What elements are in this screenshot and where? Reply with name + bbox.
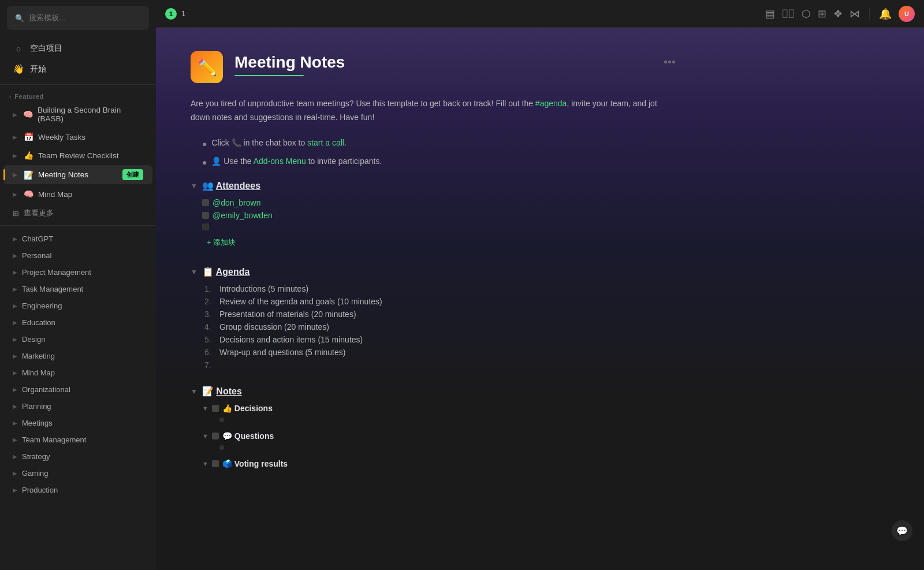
decisions-toggle[interactable]: ▼ — [202, 405, 208, 412]
agenda-text-1: Introductions (5 minutes) — [219, 284, 308, 293]
arrow-icon: ▶ — [13, 437, 17, 443]
sidebar-item-blank[interactable]: ○ 空白项目 — [3, 39, 152, 58]
sidebar-item-task-mgmt[interactable]: ▶ Task Management — [3, 281, 152, 297]
sidebar-item-basb[interactable]: ▶ 🧠 Building a Second Brain (BASB) — [3, 102, 152, 127]
agenda-toggle[interactable]: ▼ — [191, 268, 198, 276]
tab-label: 1 — [181, 9, 185, 18]
topbar-left: 1 1 — [165, 8, 185, 20]
featured-section-label: Featured — [0, 90, 156, 101]
main-panel: 1 1 ▤ ⌷⌷ ⬡ ⊞ ❖ ⋈ 🔔 U ✏️ Meeting Notes — [156, 0, 924, 570]
sidebar-item-meeting[interactable]: ▶ 📝 Meeting Notes 创建 — [3, 165, 152, 184]
bullet-dot2: ● — [202, 156, 207, 169]
table-icon[interactable]: ▤ — [765, 8, 775, 20]
org-label: Organizational — [22, 385, 70, 394]
strategy-label: Strategy — [22, 452, 50, 461]
attendee-don: @don_brown — [202, 198, 676, 207]
sidebar-item-planning[interactable]: ▶ Planning — [3, 398, 152, 414]
voting-toggle[interactable]: ▼ — [202, 460, 208, 467]
sidebar-item-personal[interactable]: ▶ Personal — [3, 248, 152, 263]
hex-icon[interactable]: ⬡ — [802, 8, 811, 20]
agenda-link[interactable]: #agenda — [535, 99, 567, 108]
sidebar-item-org[interactable]: ▶ Organizational — [3, 382, 152, 397]
add-block-button[interactable]: + 添加块 — [202, 235, 676, 250]
document-header: ✏️ Meeting Notes ••• — [191, 51, 676, 83]
attendees-toggle[interactable]: ▼ — [191, 182, 198, 190]
education-label: Education — [22, 318, 55, 327]
pencil-icon: ✏️ — [197, 58, 217, 77]
bullet-text-call: Click 📞 in the chat box to start a call. — [211, 136, 346, 149]
sidebar-item-project-mgmt[interactable]: ▶ Project Management — [3, 264, 152, 280]
arrow-icon: ▶ — [13, 353, 17, 359]
sidebar-item-weekly[interactable]: ▶ 📅 Weekly Tasks — [3, 128, 152, 146]
attendees-header: ▼ 👥 Attendees — [191, 180, 676, 191]
decisions-empty-item — [219, 418, 224, 422]
attendee-emily: @emily_bowden — [202, 211, 676, 220]
sidebar-item-review[interactable]: ▶ 👍 Team Review Checklist — [3, 147, 152, 164]
review-label: Team Review Checklist — [38, 151, 119, 160]
addons-menu-link[interactable]: Add-ons Menu — [254, 157, 306, 166]
sidebar-item-engineering[interactable]: ▶ Engineering — [3, 298, 152, 314]
sidebar-item-design[interactable]: ▶ Design — [3, 331, 152, 347]
bullet-item-addons: ● 👤 Use the Add-ons Menu to invite parti… — [202, 155, 676, 169]
planning-label: Planning — [22, 402, 51, 411]
blank-icon: ○ — [13, 44, 24, 54]
mindmap-icon: 🧠 — [23, 189, 33, 199]
questions-toggle[interactable]: ▼ — [202, 433, 208, 439]
personal-label: Personal — [22, 251, 51, 260]
blank-label: 空白项目 — [30, 43, 62, 54]
search-bar[interactable]: 🔍 搜索模板... — [7, 6, 149, 30]
attendee-name-don: @don_brown — [213, 198, 261, 207]
sidebar-item-team-mgmt[interactable]: ▶ Team Management — [3, 432, 152, 448]
grid-view-icon[interactable]: ⊞ — [818, 8, 826, 20]
agenda-item-1: 1. Introductions (5 minutes) — [204, 284, 676, 293]
sidebar-item-mindmap-featured[interactable]: ▶ 🧠 Mind Map — [3, 185, 152, 203]
sidebar-item-education[interactable]: ▶ Education — [3, 315, 152, 330]
columns-icon[interactable]: ⌷⌷ — [782, 8, 795, 20]
sidebar-item-meetings[interactable]: ▶ Meetings — [3, 415, 152, 431]
arrow-icon: ▶ — [13, 319, 17, 326]
wave-icon: 👋 — [13, 64, 24, 74]
share-icon[interactable]: ❖ — [833, 8, 843, 20]
sidebar-item-strategy[interactable]: ▶ Strategy — [3, 449, 152, 464]
create-badge[interactable]: 创建 — [122, 169, 143, 180]
sidebar-item-marketing[interactable]: ▶ Marketing — [3, 348, 152, 364]
attendee-checkbox2[interactable] — [202, 212, 209, 219]
content-area: ✏️ Meeting Notes ••• Are you tired of un… — [156, 28, 924, 570]
sidebar-item-chatgpt[interactable]: ▶ ChatGPT — [3, 231, 152, 247]
sidebar-item-production[interactable]: ▶ Production — [3, 482, 152, 498]
document-title: Meeting Notes — [234, 53, 652, 72]
notes-section: ▼ 📝 Notes ▼ 👍 Decisions — [191, 386, 676, 468]
notes-toggle[interactable]: ▼ — [191, 388, 198, 396]
agenda-section: ▼ 📋 Agenda 1. Introductions (5 minutes) … — [191, 266, 676, 370]
attendees-title: 👥 Attendees — [202, 180, 260, 191]
voting-title: 🗳️ Voting results — [222, 459, 288, 468]
agenda-text-6: Wrap-up and questions (5 minutes) — [219, 348, 345, 357]
search-input[interactable]: 搜索模板... — [29, 13, 65, 23]
arrow-icon: ▶ — [13, 336, 17, 342]
agenda-num-1: 1. — [204, 284, 215, 293]
agenda-item-7: 7. — [204, 360, 676, 370]
agenda-num-7: 7. — [204, 360, 215, 370]
see-more-button[interactable]: ⊞ 查看更多 — [3, 204, 152, 222]
more-options-button[interactable]: ••• — [664, 55, 676, 69]
decisions-title: 👍 Decisions — [222, 404, 273, 413]
engineering-label: Engineering — [22, 301, 62, 310]
comment-button[interactable]: 💬 — [892, 520, 912, 541]
comment-icon: 💬 — [896, 526, 908, 537]
attendees-title-text: Attendees — [216, 181, 260, 191]
document-body: ✏️ Meeting Notes ••• Are you tired of un… — [156, 28, 710, 508]
agenda-text-3: Presentation of materials (20 minutes) — [219, 310, 356, 319]
notification-icon[interactable]: 🔔 — [879, 8, 892, 20]
sidebar-item-gaming[interactable]: ▶ Gaming — [3, 465, 152, 481]
sidebar-item-mindmap[interactable]: ▶ Mind Map — [3, 365, 152, 381]
bullet-dot: ● — [202, 137, 207, 150]
user-avatar[interactable]: U — [899, 6, 915, 22]
agenda-item-6: 6. Wrap-up and questions (5 minutes) — [204, 348, 676, 357]
connect-icon[interactable]: ⋈ — [850, 8, 860, 20]
questions-title: 💬 Questions — [222, 431, 274, 441]
attendee-checkbox[interactable] — [202, 199, 209, 206]
attendee-checkbox3[interactable] — [202, 223, 209, 230]
start-call-link[interactable]: start a call — [307, 138, 344, 147]
sidebar-item-start[interactable]: 👋 开始 — [3, 59, 152, 79]
voting-square — [212, 460, 219, 467]
